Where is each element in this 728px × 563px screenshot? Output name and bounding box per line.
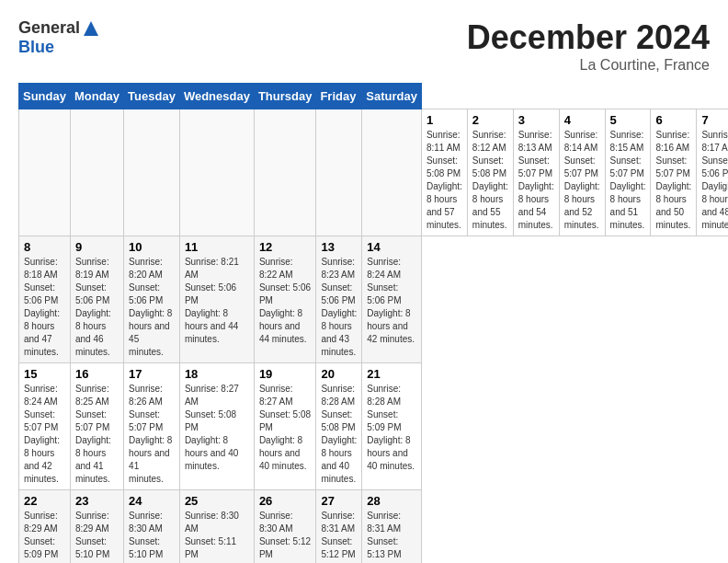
day-info: Sunrise: 8:30 AMSunset: 5:11 PMDaylight:… — [185, 511, 239, 563]
day-info: Sunrise: 8:27 AMSunset: 5:08 PMDaylight:… — [185, 384, 239, 471]
weekday-header-saturday: Saturday — [362, 84, 422, 109]
weekday-header-monday: Monday — [70, 84, 123, 109]
calendar-cell: 22Sunrise: 8:29 AMSunset: 5:09 PMDayligh… — [19, 490, 71, 564]
day-info: Sunrise: 8:12 AMSunset: 5:08 PMDaylight:… — [472, 130, 508, 230]
weekday-header-tuesday: Tuesday — [124, 84, 180, 109]
weekday-header-friday: Friday — [316, 84, 362, 109]
day-info: Sunrise: 8:28 AMSunset: 5:09 PMDaylight:… — [367, 384, 415, 471]
calendar-week-3: 15Sunrise: 8:24 AMSunset: 5:07 PMDayligh… — [19, 363, 729, 490]
location: La Courtine, France — [467, 57, 710, 74]
calendar-cell: 7Sunrise: 8:17 AMSunset: 5:06 PMDaylight… — [697, 109, 728, 236]
day-info: Sunrise: 8:21 AMSunset: 5:06 PMDaylight:… — [185, 257, 239, 344]
weekday-header-wednesday: Wednesday — [179, 84, 254, 109]
calendar-cell: 28Sunrise: 8:31 AMSunset: 5:13 PMDayligh… — [362, 490, 422, 564]
calendar-cell — [70, 109, 123, 236]
calendar-cell: 9Sunrise: 8:19 AMSunset: 5:06 PMDaylight… — [70, 236, 123, 363]
title-block: December 2024 La Courtine, France — [467, 18, 710, 74]
day-number: 8 — [24, 240, 65, 254]
day-info: Sunrise: 8:14 AMSunset: 5:07 PMDaylight:… — [564, 130, 600, 230]
day-number: 9 — [75, 240, 119, 254]
day-info: Sunrise: 8:17 AMSunset: 5:06 PMDaylight:… — [701, 130, 728, 230]
calendar-cell: 27Sunrise: 8:31 AMSunset: 5:12 PMDayligh… — [316, 490, 362, 564]
day-number: 12 — [259, 240, 312, 254]
day-info: Sunrise: 8:23 AMSunset: 5:06 PMDaylight:… — [321, 257, 357, 357]
day-info: Sunrise: 8:29 AMSunset: 5:10 PMDaylight:… — [75, 511, 111, 563]
day-info: Sunrise: 8:26 AMSunset: 5:07 PMDaylight:… — [129, 384, 172, 484]
day-info: Sunrise: 8:24 AMSunset: 5:07 PMDaylight:… — [24, 384, 60, 484]
day-number: 3 — [518, 113, 554, 127]
weekday-header-sunday: Sunday — [19, 84, 71, 109]
month-title: December 2024 — [467, 18, 710, 57]
calendar-cell: 12Sunrise: 8:22 AMSunset: 5:06 PMDayligh… — [254, 236, 316, 363]
page-header: General Blue December 2024 La Courtine, … — [18, 18, 710, 74]
day-number: 4 — [564, 113, 600, 127]
calendar-cell — [316, 109, 362, 236]
calendar-cell: 19Sunrise: 8:27 AMSunset: 5:08 PMDayligh… — [254, 363, 316, 490]
weekday-header-thursday: Thursday — [254, 84, 316, 109]
calendar-cell: 4Sunrise: 8:14 AMSunset: 5:07 PMDaylight… — [559, 109, 605, 236]
day-info: Sunrise: 8:25 AMSunset: 5:07 PMDaylight:… — [75, 384, 111, 484]
day-number: 24 — [129, 494, 175, 508]
day-info: Sunrise: 8:20 AMSunset: 5:06 PMDaylight:… — [129, 257, 172, 357]
calendar-cell: 25Sunrise: 8:30 AMSunset: 5:11 PMDayligh… — [179, 490, 254, 564]
day-number: 15 — [24, 367, 65, 381]
day-number: 5 — [610, 113, 646, 127]
calendar-cell: 6Sunrise: 8:16 AMSunset: 5:07 PMDaylight… — [651, 109, 697, 236]
calendar-cell: 13Sunrise: 8:23 AMSunset: 5:06 PMDayligh… — [316, 236, 362, 363]
day-number: 21 — [367, 367, 416, 381]
day-number: 16 — [75, 367, 119, 381]
day-info: Sunrise: 8:19 AMSunset: 5:06 PMDaylight:… — [75, 257, 111, 357]
day-number: 23 — [75, 494, 119, 508]
day-info: Sunrise: 8:22 AMSunset: 5:06 PMDaylight:… — [259, 257, 311, 344]
calendar-cell: 10Sunrise: 8:20 AMSunset: 5:06 PMDayligh… — [124, 236, 180, 363]
svg-marker-0 — [84, 21, 98, 36]
calendar-cell: 3Sunrise: 8:13 AMSunset: 5:07 PMDaylight… — [513, 109, 559, 236]
calendar-cell: 24Sunrise: 8:30 AMSunset: 5:10 PMDayligh… — [124, 490, 180, 564]
calendar-cell: 11Sunrise: 8:21 AMSunset: 5:06 PMDayligh… — [179, 236, 254, 363]
day-number: 14 — [367, 240, 416, 254]
day-info: Sunrise: 8:13 AMSunset: 5:07 PMDaylight:… — [518, 130, 554, 230]
day-info: Sunrise: 8:24 AMSunset: 5:06 PMDaylight:… — [367, 257, 415, 344]
day-number: 1 — [427, 113, 462, 127]
day-info: Sunrise: 8:27 AMSunset: 5:08 PMDaylight:… — [259, 384, 311, 471]
day-info: Sunrise: 8:28 AMSunset: 5:08 PMDaylight:… — [321, 384, 357, 484]
day-number: 7 — [701, 113, 728, 127]
calendar-cell: 5Sunrise: 8:15 AMSunset: 5:07 PMDaylight… — [605, 109, 651, 236]
calendar-cell: 18Sunrise: 8:27 AMSunset: 5:08 PMDayligh… — [179, 363, 254, 490]
day-number: 25 — [185, 494, 249, 508]
day-number: 18 — [185, 367, 249, 381]
calendar-cell: 15Sunrise: 8:24 AMSunset: 5:07 PMDayligh… — [19, 363, 71, 490]
day-info: Sunrise: 8:11 AMSunset: 5:08 PMDaylight:… — [427, 130, 462, 230]
logo-blue-text: Blue — [18, 38, 54, 57]
logo-general-text: General — [18, 18, 80, 38]
day-number: 27 — [321, 494, 357, 508]
day-info: Sunrise: 8:30 AMSunset: 5:12 PMDaylight:… — [259, 511, 311, 563]
day-number: 20 — [321, 367, 357, 381]
day-number: 22 — [24, 494, 65, 508]
day-number: 17 — [129, 367, 175, 381]
day-number: 19 — [259, 367, 312, 381]
day-number: 2 — [472, 113, 508, 127]
day-number: 6 — [655, 113, 691, 127]
day-number: 10 — [129, 240, 175, 254]
calendar-cell — [124, 109, 180, 236]
calendar-cell — [254, 109, 316, 236]
day-info: Sunrise: 8:18 AMSunset: 5:06 PMDaylight:… — [24, 257, 60, 357]
day-info: Sunrise: 8:31 AMSunset: 5:13 PMDaylight:… — [367, 511, 415, 563]
day-info: Sunrise: 8:16 AMSunset: 5:07 PMDaylight:… — [655, 130, 691, 230]
calendar-week-1: 1Sunrise: 8:11 AMSunset: 5:08 PMDaylight… — [19, 109, 729, 236]
calendar-cell: 1Sunrise: 8:11 AMSunset: 5:08 PMDaylight… — [421, 109, 467, 236]
logo: General Blue — [18, 18, 100, 57]
calendar-cell — [179, 109, 254, 236]
calendar-week-4: 22Sunrise: 8:29 AMSunset: 5:09 PMDayligh… — [19, 490, 729, 564]
day-info: Sunrise: 8:15 AMSunset: 5:07 PMDaylight:… — [610, 130, 646, 230]
calendar-cell: 2Sunrise: 8:12 AMSunset: 5:08 PMDaylight… — [467, 109, 513, 236]
calendar-week-2: 8Sunrise: 8:18 AMSunset: 5:06 PMDaylight… — [19, 236, 729, 363]
calendar-cell: 20Sunrise: 8:28 AMSunset: 5:08 PMDayligh… — [316, 363, 362, 490]
weekday-header-row: SundayMondayTuesdayWednesdayThursdayFrid… — [19, 84, 729, 109]
day-info: Sunrise: 8:30 AMSunset: 5:10 PMDaylight:… — [129, 511, 172, 563]
logo-icon — [82, 19, 100, 38]
day-number: 11 — [185, 240, 249, 254]
calendar-cell: 17Sunrise: 8:26 AMSunset: 5:07 PMDayligh… — [124, 363, 180, 490]
calendar-cell: 21Sunrise: 8:28 AMSunset: 5:09 PMDayligh… — [362, 363, 422, 490]
